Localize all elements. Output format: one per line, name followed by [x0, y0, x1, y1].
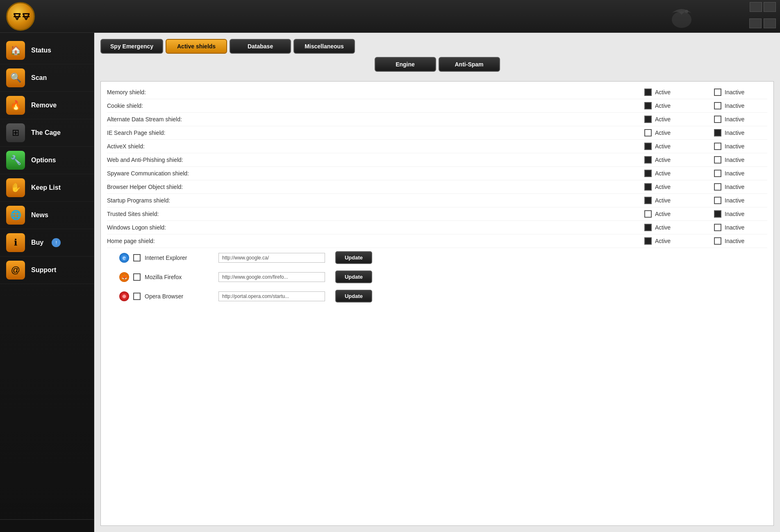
shield-name: Home page shield: [107, 238, 644, 244]
shield-name: Windows Logon shield: [107, 224, 644, 231]
shield-options: ActiveInactive [644, 237, 767, 245]
buy-badge: ! [52, 238, 61, 247]
active-label: Active [655, 224, 671, 231]
app-logo: 🜃🜃 [4, 0, 37, 33]
active-label: Active [655, 157, 671, 163]
shield-active-option: Active [644, 170, 698, 177]
shield-row: Memory shield:ActiveInactive [107, 86, 767, 99]
opera-update-button[interactable]: Update [335, 290, 372, 302]
shield-options: ActiveInactive [644, 89, 767, 96]
firefox-update-button[interactable]: Update [335, 271, 372, 283]
shields-container: Memory shield:ActiveInactiveCookie shiel… [100, 81, 774, 526]
opera-checkbox[interactable] [133, 293, 141, 300]
active-checkbox[interactable] [644, 170, 652, 177]
minimize-button[interactable] [750, 2, 762, 12]
browser-row-opera: ⊕Opera BrowserUpdate [107, 286, 767, 306]
shield-name: Cookie shield: [107, 102, 644, 109]
active-checkbox[interactable] [644, 237, 652, 245]
browser-row-firefox: 🦊Mozilla FirefoxUpdate [107, 267, 767, 286]
ie-url-input[interactable] [218, 253, 325, 263]
sidebar-item-support[interactable]: @Support [0, 257, 94, 284]
active-checkbox[interactable] [644, 143, 652, 150]
tab-active-shields[interactable]: Active shields [166, 39, 227, 54]
inactive-checkbox[interactable] [714, 237, 721, 245]
shield-name: Web and Anti-Phishing shield: [107, 157, 644, 163]
ie-update-button[interactable]: Update [335, 251, 372, 264]
shield-options: ActiveInactive [644, 210, 767, 218]
shield-active-option: Active [644, 89, 698, 96]
sidebar-item-cage[interactable]: ⊞The Cage [0, 119, 94, 147]
sidebar-icon-support: @ [6, 261, 25, 280]
active-checkbox[interactable] [644, 183, 652, 191]
sidebar-item-buy[interactable]: ℹBuy! [0, 229, 94, 257]
sidebar-icon-cage: ⊞ [6, 123, 25, 142]
ie-checkbox[interactable] [133, 254, 141, 261]
shield-name: Browser Helper Object shield: [107, 184, 644, 190]
active-checkbox[interactable] [644, 197, 652, 204]
inactive-checkbox[interactable] [714, 156, 721, 164]
shield-inactive-option: Inactive [714, 156, 767, 164]
close-button[interactable] [764, 2, 776, 12]
tab-spy-emergency[interactable]: Spy Emergency [100, 39, 163, 54]
inactive-checkbox[interactable] [714, 102, 721, 109]
sidebar-item-keeplist[interactable]: ✋Keep List [0, 174, 94, 202]
inactive-label: Inactive [725, 238, 744, 244]
tab-anti-spam[interactable]: Anti-Spam [439, 57, 500, 72]
shield-inactive-option: Inactive [714, 143, 767, 150]
inactive-label: Inactive [725, 211, 744, 217]
inactive-checkbox[interactable] [714, 197, 721, 204]
active-checkbox[interactable] [644, 224, 652, 231]
active-checkbox[interactable] [644, 116, 652, 123]
sidebar-item-news[interactable]: 🌐News [0, 202, 94, 229]
shield-inactive-option: Inactive [714, 116, 767, 123]
sidebar-item-remove[interactable]: 🔥Remove [0, 92, 94, 119]
inactive-label: Inactive [725, 184, 744, 190]
shield-inactive-option: Inactive [714, 224, 767, 231]
sidebar-item-status[interactable]: 🏠Status [0, 37, 94, 64]
tab-miscellaneous[interactable]: Miscellaneous [293, 39, 355, 54]
shield-name: Alternate Data Stream shield: [107, 116, 644, 123]
active-checkbox[interactable] [644, 89, 652, 96]
inactive-checkbox[interactable] [714, 143, 721, 150]
inactive-label: Inactive [725, 197, 744, 204]
shield-options: ActiveInactive [644, 183, 767, 191]
inactive-checkbox[interactable] [714, 89, 721, 96]
firefox-checkbox[interactable] [133, 273, 141, 281]
opera-url-input[interactable] [218, 291, 325, 301]
inactive-checkbox[interactable] [714, 170, 721, 177]
active-label: Active [655, 211, 671, 217]
shield-row: Cookie shield:ActiveInactive [107, 99, 767, 113]
inactive-checkbox[interactable] [714, 183, 721, 191]
sidebar-item-scan[interactable]: 🔍Scan [0, 64, 94, 92]
active-checkbox[interactable] [644, 210, 652, 218]
active-checkbox[interactable] [644, 129, 652, 136]
inactive-checkbox[interactable] [714, 116, 721, 123]
window-controls [750, 2, 776, 12]
inactive-label: Inactive [725, 102, 744, 109]
sidebar-icon-options: 🔧 [6, 151, 25, 170]
active-checkbox[interactable] [644, 156, 652, 164]
inactive-checkbox[interactable] [714, 224, 721, 231]
browser-row-ie: eInternet ExplorerUpdate [107, 248, 767, 267]
tab-database[interactable]: Database [230, 39, 291, 54]
shield-inactive-option: Inactive [714, 237, 767, 245]
shield-inactive-option: Inactive [714, 210, 767, 218]
inactive-checkbox[interactable] [714, 210, 721, 218]
info-button[interactable] [764, 18, 776, 28]
sidebar-label-news: News [31, 211, 48, 219]
main-area: 🏠Status🔍Scan🔥Remove⊞The Cage🔧Options✋Kee… [0, 33, 780, 532]
tab-engine[interactable]: Engine [375, 57, 436, 72]
help-button[interactable] [749, 18, 762, 28]
sidebar-label-keeplist: Keep List [31, 184, 61, 191]
inactive-label: Inactive [725, 143, 744, 150]
firefox-url-input[interactable] [218, 272, 325, 282]
sidebar-icon-scan: 🔍 [6, 68, 25, 87]
active-checkbox[interactable] [644, 102, 652, 109]
inactive-checkbox[interactable] [714, 129, 721, 136]
shield-name: Startup Programs shield: [107, 197, 644, 204]
shield-row: Home page shield:ActiveInactive [107, 234, 767, 248]
sidebar-icon-keeplist: ✋ [6, 178, 25, 197]
opera-icon: ⊕ [119, 291, 129, 301]
sidebar-item-options[interactable]: 🔧Options [0, 147, 94, 174]
ie-name: Internet Explorer [145, 255, 214, 261]
